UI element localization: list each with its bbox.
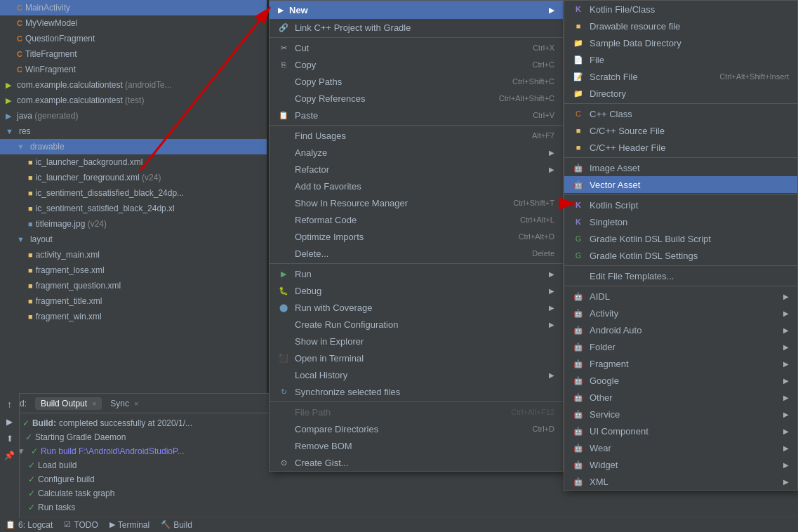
submenu-separator bbox=[564, 103, 797, 104]
terminal-tab[interactable]: ▶ Terminal bbox=[109, 520, 149, 530]
menu-refactor[interactable]: Refactor ▶ bbox=[270, 161, 563, 178]
tree-item[interactable]: C TitleFragment bbox=[0, 46, 267, 62]
menu-remove-bom[interactable]: Remove BOM bbox=[270, 437, 563, 454]
push-icon[interactable]: ⬆ bbox=[6, 434, 13, 444]
tree-item[interactable]: ■ titleimage.jpg (v24) bbox=[0, 216, 267, 232]
submenu-singleton[interactable]: K Singleton bbox=[564, 213, 797, 230]
submenu-item-label: AIDL bbox=[590, 291, 778, 302]
close-sync-tab[interactable]: × bbox=[134, 400, 138, 408]
tree-item[interactable]: ■ ic_launcher_foreground.xml (v24) bbox=[0, 170, 267, 185]
tree-item[interactable]: C WinFragment bbox=[0, 62, 267, 77]
tree-item[interactable]: C QuestionFragment bbox=[0, 31, 267, 46]
submenu-android-auto[interactable]: 🤖 Android Auto ▶ bbox=[564, 321, 797, 338]
tree-item[interactable]: ▶ com.example.calculationtest (test) bbox=[0, 93, 267, 108]
menu-run-with-coverage[interactable]: ⬤ Run with Coverage ▶ bbox=[270, 299, 563, 316]
menu-run[interactable]: ▶ Run ▶ bbox=[270, 265, 563, 282]
submenu-edit-templates[interactable]: Edit File Templates... bbox=[564, 267, 797, 284]
submenu-cpp-source[interactable]: ■ C/C++ Source File bbox=[564, 122, 797, 139]
tree-item[interactable]: ■ fragment_question.xml bbox=[0, 278, 267, 293]
run-icon[interactable]: ▶ bbox=[6, 417, 13, 427]
tree-item[interactable]: ▼ layout bbox=[0, 232, 267, 247]
menu-optimize-imports[interactable]: Optimize Imports Ctrl+Alt+O bbox=[270, 228, 563, 245]
logcat-tab[interactable]: 📋 6: Logcat bbox=[6, 520, 53, 530]
menu-debug[interactable]: 🐛 Debug ▶ bbox=[270, 282, 563, 299]
tree-item[interactable]: C MyViewModel bbox=[0, 15, 267, 31]
pin-icon[interactable]: 📌 bbox=[4, 451, 15, 460]
submenu-item-label: Kotlin File/Class bbox=[590, 4, 789, 15]
menu-show-resource-manager[interactable]: Show In Resource Manager Ctrl+Shift+T bbox=[270, 194, 563, 211]
submenu-vector-asset[interactable]: 🤖 Vector Asset bbox=[564, 176, 797, 193]
submenu-folder[interactable]: 🤖 Folder ▶ bbox=[564, 338, 797, 355]
tree-item[interactable]: ▼ res bbox=[0, 124, 267, 139]
tree-item[interactable]: ■ fragment_win.xml bbox=[0, 309, 267, 324]
tree-item[interactable]: ▶ com.example.calculationtest (androidTe… bbox=[0, 77, 267, 93]
submenu-gradle-build[interactable]: G Gradle Kotlin DSL Build Script bbox=[564, 230, 797, 247]
submenu-xml[interactable]: 🤖 XML ▶ bbox=[564, 473, 797, 490]
tree-item[interactable]: ■ ic_sentiment_dissatisfied_black_24dp..… bbox=[0, 185, 267, 201]
submenu-ui-component[interactable]: 🤖 UI Component ▶ bbox=[564, 423, 797, 439]
menu-shortcut: Ctrl+V bbox=[533, 111, 554, 119]
menu-cut[interactable]: ✂ Cut Ctrl+X bbox=[270, 39, 563, 56]
submenu-kotlin-file[interactable]: K Kotlin File/Class bbox=[564, 1, 797, 18]
menu-link-cpp[interactable]: 🔗 Link C++ Project with Gradle bbox=[270, 19, 563, 36]
submenu-activity[interactable]: 🤖 Activity ▶ bbox=[564, 305, 797, 321]
class-icon: C bbox=[17, 50, 22, 58]
submenu-file[interactable]: 📄 File bbox=[564, 51, 797, 68]
submenu-aidl[interactable]: 🤖 AIDL ▶ bbox=[564, 288, 797, 305]
tree-item[interactable]: C MainActivity bbox=[0, 0, 267, 15]
menu-copy-paths[interactable]: Copy Paths Ctrl+Shift+C bbox=[270, 73, 563, 90]
menu-analyze[interactable]: Analyze ▶ bbox=[270, 144, 563, 161]
menu-copy[interactable]: ⎘ Copy Ctrl+C bbox=[270, 56, 563, 73]
build-tab-status[interactable]: 🔨 Build bbox=[161, 520, 192, 530]
menu-create-run-config[interactable]: Create Run Configuration ▶ bbox=[270, 316, 563, 333]
tree-item[interactable]: ▶ java (generated) bbox=[0, 108, 267, 124]
submenu-wear[interactable]: 🤖 Wear ▶ bbox=[564, 439, 797, 456]
menu-find-usages[interactable]: Find Usages Alt+F7 bbox=[270, 127, 563, 144]
menu-local-history[interactable]: Local History ▶ bbox=[270, 366, 563, 383]
tree-item[interactable]: ■ ic_sentiment_satisfied_black_24dp.xl bbox=[0, 201, 267, 216]
submenu-kotlin-script[interactable]: K Kotlin Script bbox=[564, 197, 797, 213]
menu-copy-references[interactable]: Copy References Ctrl+Alt+Shift+C bbox=[270, 90, 563, 107]
tree-item[interactable]: ■ activity_main.xml bbox=[0, 247, 267, 262]
submenu-google[interactable]: 🤖 Google ▶ bbox=[564, 372, 797, 389]
tab-sync[interactable]: Sync × bbox=[105, 397, 144, 410]
menu-new-item[interactable]: ▶ New ▶ bbox=[270, 1, 563, 19]
menu-paste[interactable]: 📋 Paste Ctrl+V bbox=[270, 107, 563, 124]
todo-tab[interactable]: ☑ TODO bbox=[64, 520, 98, 530]
android-icon: 🤖 bbox=[573, 343, 584, 352]
coverage-icon: ⬤ bbox=[278, 303, 289, 312]
tree-item-label: QuestionFragment bbox=[25, 34, 95, 44]
menu-sync[interactable]: ↻ Synchronize selected files bbox=[270, 383, 563, 400]
menu-delete[interactable]: Delete... Delete bbox=[270, 245, 563, 262]
tree-item[interactable]: ■ ic_launcher_background.xml bbox=[0, 154, 267, 170]
submenu-cpp-class[interactable]: C C++ Class bbox=[564, 105, 797, 122]
submenu-drawable[interactable]: ■ Drawable resource file bbox=[564, 18, 797, 34]
close-build-tab[interactable]: × bbox=[92, 400, 96, 408]
menu-item-label: Synchronize selected files bbox=[295, 387, 554, 397]
submenu-image-asset[interactable]: 🤖 Image Asset bbox=[564, 159, 797, 176]
submenu-item-label: Edit File Templates... bbox=[590, 271, 789, 281]
submenu-widget[interactable]: 🤖 Widget ▶ bbox=[564, 456, 797, 473]
tree-item-label: res bbox=[19, 126, 31, 136]
submenu-other[interactable]: 🤖 Other ▶ bbox=[564, 389, 797, 406]
submenu-item-label: Service bbox=[590, 409, 778, 420]
menu-show-in-explorer[interactable]: Show in Explorer bbox=[270, 333, 563, 350]
submenu-gradle-settings[interactable]: G Gradle Kotlin DSL Settings bbox=[564, 247, 797, 264]
menu-compare-directories[interactable]: Compare Directories Ctrl+D bbox=[270, 420, 563, 437]
submenu-cpp-header[interactable]: ■ C/C++ Header File bbox=[564, 139, 797, 156]
menu-reformat-code[interactable]: Reformat Code Ctrl+Alt+L bbox=[270, 211, 563, 228]
submenu-service[interactable]: 🤖 Service ▶ bbox=[564, 406, 797, 423]
tree-item[interactable]: ■ fragment_title.xml bbox=[0, 293, 267, 309]
menu-open-in-terminal[interactable]: ⬛ Open in Terminal bbox=[270, 350, 563, 366]
submenu-scratch-file[interactable]: 📝 Scratch File Ctrl+Alt+Shift+Insert bbox=[564, 68, 797, 85]
up-arrow-icon[interactable]: ↑ bbox=[7, 399, 12, 410]
menu-item-label: Copy Paths bbox=[295, 77, 507, 87]
tab-build-output[interactable]: Build Output × bbox=[35, 397, 102, 410]
tree-item[interactable]: ■ fragment_lose.xml bbox=[0, 262, 267, 278]
submenu-fragment[interactable]: 🤖 Fragment ▶ bbox=[564, 355, 797, 372]
menu-create-gist[interactable]: ⊙ Create Gist... bbox=[270, 454, 563, 471]
submenu-sample-data[interactable]: 📁 Sample Data Directory bbox=[564, 34, 797, 51]
menu-add-favorites[interactable]: Add to Favorites bbox=[270, 178, 563, 194]
tree-item-drawable[interactable]: ▼ drawable bbox=[0, 139, 267, 154]
submenu-directory[interactable]: 📁 Directory bbox=[564, 85, 797, 102]
